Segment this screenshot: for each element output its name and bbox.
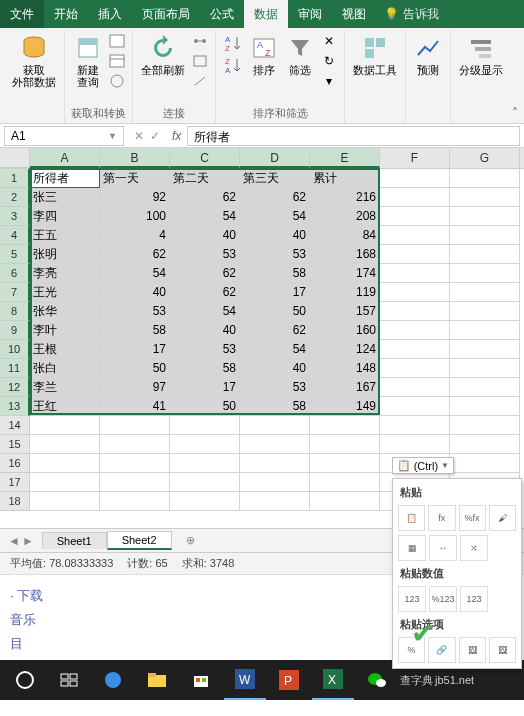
cell[interactable] bbox=[450, 359, 520, 378]
select-all-corner[interactable] bbox=[0, 148, 30, 168]
col-header[interactable]: D bbox=[240, 148, 310, 168]
word-icon[interactable]: W bbox=[224, 660, 266, 700]
sheet-tab-2[interactable]: Sheet2 bbox=[107, 531, 172, 550]
cell[interactable]: 40 bbox=[240, 226, 310, 245]
tab-home[interactable]: 开始 bbox=[44, 0, 88, 28]
cell[interactable] bbox=[450, 397, 520, 416]
task-view-icon[interactable] bbox=[48, 660, 90, 700]
data-tools-button[interactable]: 数据工具 bbox=[351, 32, 399, 78]
col-header[interactable]: B bbox=[100, 148, 170, 168]
cell[interactable]: 97 bbox=[100, 378, 170, 397]
get-external-data-button[interactable]: 获取 外部数据 bbox=[10, 32, 58, 90]
cell[interactable] bbox=[30, 416, 100, 435]
cell[interactable]: 208 bbox=[310, 207, 380, 226]
cell[interactable]: 李四 bbox=[30, 207, 100, 226]
cell[interactable]: 李叶 bbox=[30, 321, 100, 340]
cell[interactable]: 62 bbox=[170, 283, 240, 302]
cell[interactable] bbox=[450, 416, 520, 435]
cell[interactable]: 张明 bbox=[30, 245, 100, 264]
paste-transpose-button[interactable]: ⤭ bbox=[460, 535, 488, 561]
row-header[interactable]: 14 bbox=[0, 416, 30, 435]
tab-layout[interactable]: 页面布局 bbox=[132, 0, 200, 28]
paste-keep-width-button[interactable]: ↔ bbox=[429, 535, 457, 561]
cell[interactable]: 40 bbox=[170, 321, 240, 340]
connections-icon[interactable] bbox=[191, 32, 209, 50]
cell[interactable]: 王光 bbox=[30, 283, 100, 302]
formula-bar[interactable]: 所得者 bbox=[187, 126, 520, 146]
cell[interactable]: 李兰 bbox=[30, 378, 100, 397]
row-header[interactable]: 1 bbox=[0, 169, 30, 188]
row-header[interactable]: 11 bbox=[0, 359, 30, 378]
cell[interactable] bbox=[380, 416, 450, 435]
cell[interactable]: 53 bbox=[240, 378, 310, 397]
cell[interactable] bbox=[380, 188, 450, 207]
cell[interactable]: 累计 bbox=[310, 169, 380, 188]
row-header[interactable]: 4 bbox=[0, 226, 30, 245]
cell[interactable] bbox=[310, 473, 380, 492]
cell[interactable]: 李亮 bbox=[30, 264, 100, 283]
cell[interactable] bbox=[30, 473, 100, 492]
cell[interactable] bbox=[450, 226, 520, 245]
tab-insert[interactable]: 插入 bbox=[88, 0, 132, 28]
cell[interactable]: 50 bbox=[240, 302, 310, 321]
cell[interactable] bbox=[380, 302, 450, 321]
cell[interactable] bbox=[450, 169, 520, 188]
cell[interactable] bbox=[240, 473, 310, 492]
cell[interactable] bbox=[450, 378, 520, 397]
cell[interactable] bbox=[100, 473, 170, 492]
tell-me[interactable]: 💡 告诉我 bbox=[384, 6, 439, 23]
cell[interactable] bbox=[380, 359, 450, 378]
start-button[interactable] bbox=[4, 660, 46, 700]
cell[interactable] bbox=[30, 454, 100, 473]
cell[interactable] bbox=[310, 454, 380, 473]
cell[interactable] bbox=[170, 416, 240, 435]
cell[interactable] bbox=[100, 492, 170, 511]
sheet-nav-next-icon[interactable]: ► bbox=[22, 534, 34, 548]
cell[interactable]: 54 bbox=[100, 264, 170, 283]
col-header[interactable]: C bbox=[170, 148, 240, 168]
cell[interactable]: 第二天 bbox=[170, 169, 240, 188]
cell[interactable] bbox=[310, 492, 380, 511]
cell[interactable]: 王红 bbox=[30, 397, 100, 416]
cell[interactable] bbox=[450, 302, 520, 321]
cell[interactable]: 54 bbox=[240, 207, 310, 226]
cell[interactable]: 53 bbox=[100, 302, 170, 321]
cell[interactable] bbox=[450, 188, 520, 207]
cell[interactable] bbox=[100, 435, 170, 454]
cell[interactable]: 40 bbox=[100, 283, 170, 302]
forecast-button[interactable]: 预测 bbox=[412, 32, 444, 78]
edit-links-icon[interactable] bbox=[191, 72, 209, 90]
row-header[interactable]: 15 bbox=[0, 435, 30, 454]
paste-values-srcfmt-button[interactable]: 123 bbox=[460, 586, 488, 612]
cell[interactable] bbox=[170, 435, 240, 454]
cell[interactable] bbox=[380, 264, 450, 283]
paste-values-numfmt-button[interactable]: %123 bbox=[429, 586, 457, 612]
cell[interactable]: 62 bbox=[170, 264, 240, 283]
paste-no-borders-button[interactable]: ▦ bbox=[398, 535, 426, 561]
row-header[interactable]: 12 bbox=[0, 378, 30, 397]
cell[interactable] bbox=[240, 435, 310, 454]
advanced-filter-icon[interactable]: ▾ bbox=[320, 72, 338, 90]
tab-file[interactable]: 文件 bbox=[0, 0, 44, 28]
cell[interactable] bbox=[30, 492, 100, 511]
cell[interactable] bbox=[380, 340, 450, 359]
sort-za-icon[interactable]: ZA bbox=[222, 54, 244, 76]
cell[interactable] bbox=[240, 454, 310, 473]
cell[interactable]: 第三天 bbox=[240, 169, 310, 188]
cell[interactable]: 62 bbox=[240, 188, 310, 207]
row-header[interactable]: 13 bbox=[0, 397, 30, 416]
tab-review[interactable]: 审阅 bbox=[288, 0, 332, 28]
cell[interactable]: 160 bbox=[310, 321, 380, 340]
cell[interactable]: 54 bbox=[170, 302, 240, 321]
cell[interactable]: 50 bbox=[170, 397, 240, 416]
cell[interactable]: 58 bbox=[100, 321, 170, 340]
cell[interactable] bbox=[450, 435, 520, 454]
col-header[interactable]: G bbox=[450, 148, 520, 168]
cell[interactable]: 62 bbox=[170, 188, 240, 207]
store-icon[interactable] bbox=[180, 660, 222, 700]
row-header[interactable]: 2 bbox=[0, 188, 30, 207]
tab-data[interactable]: 数据 bbox=[244, 0, 288, 28]
row-header[interactable]: 10 bbox=[0, 340, 30, 359]
explorer-icon[interactable] bbox=[136, 660, 178, 700]
paste-linked-picture-button[interactable]: 🖼 bbox=[489, 637, 516, 663]
